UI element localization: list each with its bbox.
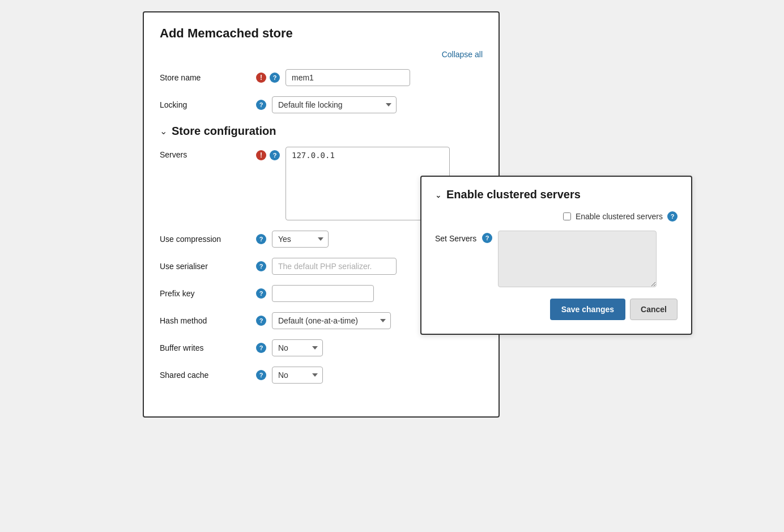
- servers-error-icon: !: [256, 150, 266, 160]
- overlay-title: Enable clustered servers: [446, 188, 581, 201]
- store-name-error-icon: !: [256, 73, 266, 83]
- shared-cache-select[interactable]: No Yes: [272, 367, 323, 384]
- overlay-panel: ⌄ Enable clustered servers Enable cluste…: [420, 176, 692, 335]
- store-name-help-icon[interactable]: ?: [270, 73, 280, 83]
- buffer-writes-select[interactable]: No Yes: [272, 339, 323, 356]
- enable-clustered-help-icon[interactable]: ?: [667, 211, 678, 222]
- collapse-all-row: Collapse all: [160, 50, 483, 59]
- servers-help-icon[interactable]: ?: [270, 150, 280, 160]
- hash-method-label: Hash method: [160, 316, 250, 325]
- set-servers-label: Set Servers: [435, 231, 476, 243]
- prefix-key-help-icon[interactable]: ?: [256, 288, 266, 299]
- buffer-writes-help-icon[interactable]: ?: [256, 343, 266, 353]
- use-serialiser-icons: ?: [256, 261, 266, 271]
- overlay-section-header: ⌄ Enable clustered servers: [435, 188, 678, 201]
- set-servers-row: Set Servers ?: [435, 231, 678, 287]
- overlay-chevron-icon[interactable]: ⌄: [435, 190, 442, 199]
- locking-select[interactable]: Default file locking File locking No loc…: [272, 96, 397, 113]
- page-title: Add Memcached store: [160, 26, 483, 41]
- store-config-title: Store configuration: [172, 125, 276, 138]
- shared-cache-help-icon[interactable]: ?: [256, 370, 266, 380]
- enable-clustered-row: Enable clustered servers ?: [435, 211, 678, 222]
- buffer-writes-label: Buffer writes: [160, 343, 250, 352]
- prefix-key-label: Prefix key: [160, 289, 250, 298]
- store-name-input[interactable]: [286, 69, 410, 86]
- use-compression-label: Use compression: [160, 235, 250, 244]
- servers-label: Servers: [160, 147, 250, 159]
- locking-help-icon[interactable]: ?: [256, 100, 266, 110]
- serializer-display: The default PHP serializer.: [272, 258, 397, 275]
- cancel-button[interactable]: Cancel: [630, 299, 678, 320]
- use-serialiser-label: Use serialiser: [160, 262, 250, 271]
- locking-row: Locking ? Default file locking File lock…: [160, 96, 483, 113]
- use-compression-help-icon[interactable]: ?: [256, 234, 266, 244]
- store-name-label: Store name: [160, 73, 250, 82]
- hash-method-icons: ?: [256, 316, 266, 326]
- hash-method-select[interactable]: Default (one-at-a-time) MD5 CRC: [272, 312, 391, 329]
- prefix-key-input[interactable]: [272, 285, 374, 302]
- hash-method-help-icon[interactable]: ?: [256, 316, 266, 326]
- enable-clustered-label: Enable clustered servers: [576, 212, 663, 221]
- servers-icons: ! ?: [256, 147, 280, 160]
- shared-cache-row: Shared cache ? No Yes: [160, 367, 483, 384]
- shared-cache-icons: ?: [256, 370, 266, 380]
- buffer-writes-icons: ?: [256, 343, 266, 353]
- store-name-row: Store name ! ?: [160, 69, 483, 86]
- use-serialiser-help-icon[interactable]: ?: [256, 261, 266, 271]
- store-config-section-header: ⌄ Store configuration: [160, 125, 483, 138]
- store-name-icons: ! ?: [256, 73, 280, 83]
- shared-cache-label: Shared cache: [160, 371, 250, 380]
- locking-label: Locking: [160, 100, 250, 109]
- set-servers-help-icon[interactable]: ?: [482, 233, 492, 243]
- set-servers-textarea[interactable]: [498, 231, 657, 287]
- store-config-chevron-icon[interactable]: ⌄: [160, 126, 167, 137]
- use-compression-select[interactable]: Yes No: [272, 231, 329, 248]
- page-wrapper: Add Memcached store Collapse all Store n…: [143, 11, 641, 521]
- prefix-key-icons: ?: [256, 288, 266, 299]
- buffer-writes-row: Buffer writes ? No Yes: [160, 339, 483, 356]
- use-compression-icons: ?: [256, 234, 266, 244]
- overlay-buttons: Save changes Cancel: [435, 299, 678, 320]
- enable-clustered-checkbox[interactable]: [563, 212, 571, 220]
- collapse-all-link[interactable]: Collapse all: [442, 50, 483, 59]
- save-changes-button[interactable]: Save changes: [550, 299, 625, 320]
- locking-icons: ?: [256, 100, 266, 110]
